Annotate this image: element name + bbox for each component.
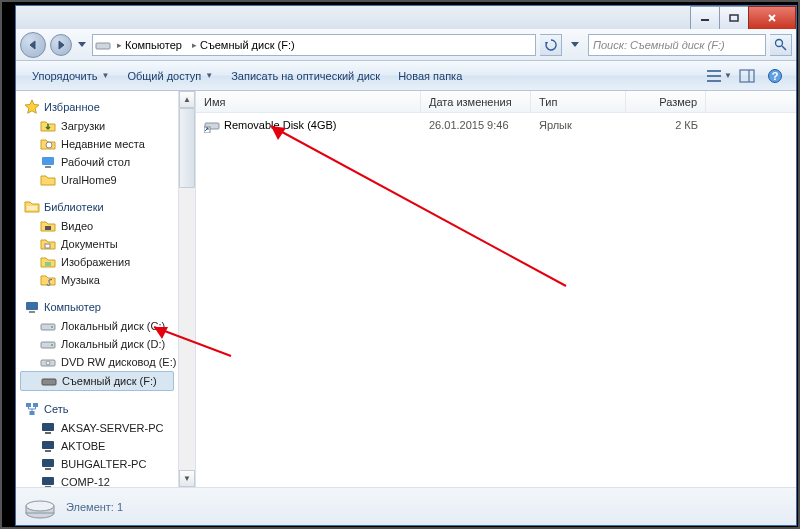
- address-dropdown[interactable]: [566, 42, 584, 48]
- img-icon: [40, 254, 56, 270]
- sidebar-item[interactable]: Локальный диск (C:): [16, 317, 178, 335]
- svg-line-51: [271, 126, 566, 286]
- svg-rect-30: [26, 403, 31, 407]
- address-bar[interactable]: ▸Компьютер ▸Съемный диск (F:): [92, 34, 536, 56]
- status-bar: Элемент: 1: [16, 487, 796, 525]
- back-button[interactable]: [20, 32, 46, 58]
- sidebar-item[interactable]: Недавние места: [16, 135, 178, 153]
- new-folder-button[interactable]: Новая папка: [390, 66, 470, 86]
- lib-icon: [24, 199, 40, 215]
- col-name[interactable]: Имя: [196, 91, 421, 112]
- sidebar-item[interactable]: Съемный диск (F:): [20, 371, 174, 391]
- svg-point-14: [46, 142, 52, 148]
- view-options-button[interactable]: ▼: [706, 65, 732, 87]
- help-button[interactable]: ?: [762, 65, 788, 87]
- history-dropdown[interactable]: [76, 42, 88, 48]
- sidebar-item[interactable]: Видео: [16, 217, 178, 235]
- file-list: Имя Дата изменения Тип Размер Removable …: [196, 91, 796, 487]
- sidebar-group-header[interactable]: Компьютер: [16, 297, 178, 317]
- breadcrumb-segment[interactable]: ▸Компьютер: [113, 35, 186, 55]
- svg-rect-40: [45, 486, 51, 487]
- svg-rect-16: [45, 166, 51, 168]
- svg-rect-37: [42, 459, 54, 467]
- forward-button[interactable]: [50, 34, 72, 56]
- sidebar-item[interactable]: BUHGALTER-PC: [16, 455, 178, 473]
- sidebar-item[interactable]: Музыка: [16, 271, 178, 289]
- sidebar-item[interactable]: Рабочий стол: [16, 153, 178, 171]
- svg-rect-10: [740, 70, 754, 82]
- shortcut-icon: [204, 117, 220, 133]
- organize-button[interactable]: Упорядочить ▼: [24, 66, 117, 86]
- drive-icon: [40, 336, 56, 352]
- svg-rect-35: [42, 441, 54, 449]
- svg-text:?: ?: [772, 70, 779, 82]
- explorer-window: ▸Компьютер ▸Съемный диск (F:) Поиск: Съе…: [15, 5, 797, 526]
- breadcrumb-segment[interactable]: ▸Съемный диск (F:): [188, 35, 299, 55]
- svg-point-28: [46, 361, 50, 365]
- col-date[interactable]: Дата изменения: [421, 91, 531, 112]
- svg-rect-18: [45, 226, 51, 230]
- preview-pane-button[interactable]: [734, 65, 760, 87]
- sidebar-item[interactable]: Локальный диск (D:): [16, 335, 178, 353]
- sidebar-group-header[interactable]: Библиотеки: [16, 197, 178, 217]
- svg-rect-22: [29, 311, 35, 313]
- svg-rect-21: [26, 302, 38, 310]
- svg-point-5: [776, 40, 783, 47]
- download-icon: [40, 118, 56, 134]
- svg-rect-9: [707, 80, 721, 82]
- search-input[interactable]: Поиск: Съемный диск (F:): [588, 34, 766, 56]
- sidebar-item[interactable]: COMP-12: [16, 473, 178, 487]
- svg-rect-4: [96, 43, 110, 49]
- svg-rect-15: [42, 157, 54, 165]
- sidebar: ИзбранноеЗагрузкиНедавние местаРабочий с…: [16, 91, 196, 487]
- svg-rect-31: [33, 403, 38, 407]
- sidebar-item[interactable]: UralHome9: [16, 171, 178, 189]
- svg-rect-7: [707, 70, 721, 72]
- col-type[interactable]: Тип: [531, 91, 626, 112]
- status-text: Элемент: 1: [66, 501, 123, 513]
- svg-point-24: [51, 326, 53, 328]
- sidebar-item[interactable]: Загрузки: [16, 117, 178, 135]
- svg-rect-1: [730, 15, 738, 21]
- svg-rect-39: [42, 477, 54, 485]
- maximize-button[interactable]: [719, 6, 749, 29]
- nav-row: ▸Компьютер ▸Съемный диск (F:) Поиск: Съе…: [16, 29, 796, 61]
- netpc-icon: [40, 438, 56, 454]
- burn-button[interactable]: Записать на оптический диск: [223, 66, 388, 86]
- search-placeholder: Поиск: Съемный диск (F:): [593, 39, 725, 51]
- col-size[interactable]: Размер: [626, 91, 706, 112]
- netpc-icon: [40, 420, 56, 436]
- share-button[interactable]: Общий доступ ▼: [119, 66, 221, 86]
- sidebar-item[interactable]: Документы: [16, 235, 178, 253]
- svg-rect-34: [45, 432, 51, 434]
- doc-icon: [40, 236, 56, 252]
- breadcrumb-label: Съемный диск (F:): [200, 39, 295, 51]
- net-icon: [24, 401, 40, 417]
- file-row[interactable]: Removable Disk (4GB) 26.01.2015 9:46 Ярл…: [196, 113, 796, 133]
- search-button[interactable]: [770, 34, 792, 56]
- netpc-icon: [40, 456, 56, 472]
- svg-rect-17: [27, 206, 37, 210]
- folder-icon: [40, 172, 56, 188]
- svg-point-55: [26, 501, 54, 511]
- sidebar-group-header[interactable]: Сеть: [16, 399, 178, 419]
- star-icon: [24, 99, 40, 115]
- sidebar-item[interactable]: AKTOBE: [16, 437, 178, 455]
- svg-line-6: [782, 46, 786, 50]
- minimize-button[interactable]: [690, 6, 720, 29]
- sidebar-scrollbar[interactable]: ▲▼: [178, 91, 195, 487]
- sidebar-item[interactable]: Изображения: [16, 253, 178, 271]
- sidebar-item[interactable]: DVD RW дисковод (E:): [16, 353, 178, 371]
- video-icon: [40, 218, 56, 234]
- close-button[interactable]: [748, 6, 796, 29]
- svg-rect-19: [45, 244, 50, 248]
- refresh-button[interactable]: [540, 34, 562, 56]
- svg-rect-33: [42, 423, 54, 431]
- drive-icon: [95, 37, 111, 53]
- sidebar-item[interactable]: AKSAY-SERVER-PC: [16, 419, 178, 437]
- drive-icon: [24, 493, 56, 521]
- dvd-icon: [40, 354, 56, 370]
- svg-rect-38: [45, 468, 51, 470]
- svg-point-26: [51, 344, 53, 346]
- sidebar-group-header[interactable]: Избранное: [16, 97, 178, 117]
